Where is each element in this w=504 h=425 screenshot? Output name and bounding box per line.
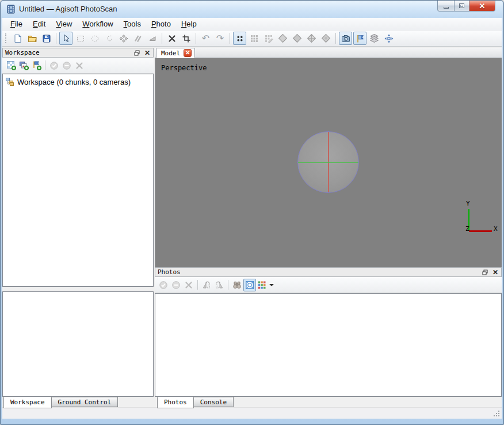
disable-photo-button[interactable] (170, 279, 182, 291)
menu-edit[interactable]: Edit (28, 18, 51, 30)
app-filmstrip-icon (6, 5, 16, 14)
rectangle-selection-button[interactable] (74, 32, 87, 45)
grow-selection-button[interactable] (117, 32, 130, 45)
invert-selection-button[interactable] (146, 32, 159, 45)
textured-view-button[interactable] (319, 32, 333, 45)
floppy-icon (42, 34, 51, 43)
redo-button[interactable]: ↷ (213, 32, 227, 45)
dense-cloud-classes-view-button[interactable] (262, 32, 275, 45)
axis-y-label: Y (466, 200, 470, 207)
shaded-view-button[interactable] (276, 32, 289, 45)
new-project-button[interactable] (11, 32, 24, 45)
show-cameras-button[interactable] (339, 32, 352, 45)
navigation-tool-button[interactable] (59, 32, 72, 45)
resize-grip[interactable] (493, 410, 500, 417)
checker-plus-icon (6, 60, 16, 70)
add-marker-button[interactable] (30, 59, 43, 72)
toolbar-separator (162, 33, 162, 44)
x-icon (184, 280, 193, 290)
cursor-icon (62, 34, 71, 43)
workspace-tree-root[interactable]: Workspace (0 chunks, 0 cameras) (4, 77, 152, 87)
enable-photo-button[interactable] (157, 279, 170, 291)
diamond-icon (278, 33, 288, 43)
float-panel-button[interactable] (480, 268, 490, 276)
toolbar-separator (228, 280, 228, 290)
binoculars-icon (232, 280, 242, 290)
add-photos-button[interactable] (17, 59, 30, 72)
rotate-cw-button[interactable] (213, 279, 226, 291)
folder-icon (28, 34, 37, 43)
enable-item-button[interactable] (48, 59, 60, 72)
toolbar-separator (45, 60, 45, 70)
photos-toolbar (155, 277, 502, 293)
menu-help[interactable]: Help (176, 18, 202, 30)
wireframe-view-button[interactable] (305, 32, 318, 45)
remove-item-button[interactable] (73, 59, 86, 72)
photos-list-area[interactable] (155, 293, 502, 397)
add-chunk-button[interactable] (5, 59, 17, 72)
status-bar (2, 407, 502, 419)
tab-workspace[interactable]: Workspace (3, 397, 52, 408)
menu-workflow[interactable]: Workflow (77, 18, 118, 30)
menu-file[interactable]: File (5, 18, 28, 30)
show-markers-button[interactable] (353, 32, 366, 45)
workspace-tree: Workspace (0 chunks, 0 cameras) (2, 74, 154, 287)
diamond-icon (292, 33, 302, 43)
close-panel-button[interactable]: ✕ (143, 49, 152, 57)
document-tabbar: Model ✕ (155, 48, 502, 58)
workspace-dock: Workspace ✕ (2, 47, 154, 407)
solid-view-button[interactable] (291, 32, 304, 45)
toolbar-drag-handle[interactable] (5, 33, 7, 43)
dense-cloud-view-button[interactable] (247, 32, 261, 45)
dashed-ellipse-icon (90, 34, 100, 43)
show-aligned-chunks-button[interactable] (368, 32, 381, 45)
diamond-cluster-icon (119, 34, 128, 43)
menu-view[interactable]: View (51, 18, 77, 30)
lasso-icon (105, 34, 114, 43)
photos-panel-header: Photos ✕ (155, 267, 502, 277)
rotate-right-icon (215, 280, 224, 290)
undo-button[interactable]: ↶ (199, 32, 212, 45)
remove-photo-button[interactable] (182, 279, 195, 291)
minimize-button[interactable] (437, 1, 454, 12)
main-toolbar: ↶ ↷ (2, 31, 502, 47)
preview-mode-button[interactable] (243, 279, 256, 291)
point-cloud-view-button[interactable] (233, 32, 246, 45)
navigation-mode-button[interactable] (382, 32, 395, 45)
float-icon (482, 270, 488, 275)
disable-item-button[interactable] (60, 59, 73, 72)
tab-model[interactable]: Model ✕ (156, 48, 195, 58)
float-panel-button[interactable] (132, 49, 142, 57)
dot-grid-icon (250, 34, 259, 43)
toolbar-separator (197, 280, 198, 290)
four-dots-icon (235, 34, 245, 43)
tab-photos[interactable]: Photos (157, 397, 194, 408)
find-photo-button[interactable] (231, 279, 243, 291)
left-horizontal-splitter[interactable] (2, 287, 154, 291)
photos-panel-title: Photos (155, 268, 480, 276)
open-project-button[interactable] (25, 32, 39, 45)
free-form-selection-button[interactable] (102, 32, 116, 45)
tab-console[interactable]: Console (193, 397, 234, 407)
menu-bar: File Edit View Workflow Tools Photo Help (2, 18, 502, 31)
workspace-panel-title: Workspace (3, 49, 132, 56)
menu-tools[interactable]: Tools (119, 18, 146, 30)
resize-region-button[interactable] (180, 32, 193, 45)
menu-photo[interactable]: Photo (146, 18, 176, 30)
tab-ground-control[interactable]: Ground Control (51, 397, 119, 407)
close-icon: ✕ (144, 50, 150, 56)
minus-circle-icon (171, 280, 181, 290)
close-button[interactable]: ✕ (469, 1, 495, 12)
maximize-button[interactable] (454, 1, 469, 12)
rotate-ccw-button[interactable] (200, 279, 213, 291)
thumbnail-size-button[interactable] (256, 279, 274, 291)
model-viewport[interactable]: Perspective Y Z X (155, 58, 502, 267)
image-preview-icon (245, 280, 254, 290)
save-project-button[interactable] (40, 32, 53, 45)
shrink-selection-button[interactable] (131, 32, 144, 45)
model-tab-close-button[interactable]: ✕ (184, 49, 192, 57)
close-panel-button[interactable]: ✕ (491, 268, 500, 276)
delete-selection-button[interactable] (165, 32, 178, 45)
circle-selection-button[interactable] (88, 32, 101, 45)
toolbar-separator (196, 33, 196, 44)
